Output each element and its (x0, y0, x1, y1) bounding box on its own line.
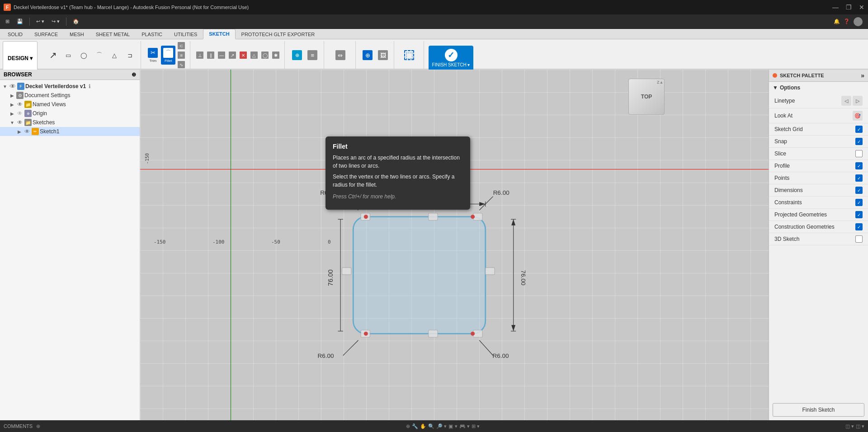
toolbar-icon1[interactable]: 🔔 (834, 19, 840, 24)
tree-item-origin[interactable]: ▶ 👁 ⊕ Origin (0, 109, 140, 118)
projected-geometries-row[interactable]: Projected Geometries (769, 209, 868, 221)
modify-curve-btn[interactable]: ∿ (176, 60, 186, 69)
comments-label[interactable]: COMMENTS (4, 423, 33, 429)
linetype-row[interactable]: Linetype ◁ ▷ (769, 94, 868, 108)
grid-btn[interactable]: ⊞ (3, 17, 12, 26)
modify-project-btn[interactable]: ≡ (176, 51, 186, 60)
nav-icon1[interactable]: ⊕ (406, 423, 410, 429)
3d-sketch-row[interactable]: 3D Sketch (769, 233, 868, 245)
close-btn[interactable]: ✕ (859, 4, 864, 11)
create-more-btn[interactable]: ⊐ (123, 46, 137, 65)
constraint-btn5[interactable]: ✕ (238, 51, 248, 60)
expand-named-views[interactable]: ▶ (9, 102, 15, 107)
nav-icon7[interactable]: 🎮 ▾ (459, 423, 470, 429)
nav-cube[interactable]: TOP Z▲ (628, 79, 665, 115)
create-arc-btn[interactable]: ⌒ (92, 46, 106, 65)
view-icon2[interactable]: ◫ ▾ (856, 423, 864, 429)
tab-sheet-metal[interactable]: SHEET METAL (90, 29, 136, 39)
sketches-eye-icon[interactable]: 👁 (16, 119, 24, 126)
modify-fillet-btn[interactable]: ⌒ Fillet (161, 46, 175, 65)
slice-checkbox[interactable] (855, 150, 863, 157)
finish-sketch-ribbon-btn[interactable]: ✓ FINISH SKETCH ▾ (429, 46, 474, 71)
linetype-right-btn[interactable]: ▷ (853, 96, 863, 106)
comments-add-icon[interactable]: ⊕ (36, 423, 40, 429)
configure-btn1[interactable]: ⊕ (290, 46, 304, 65)
profile-checkbox[interactable] (855, 162, 863, 169)
linetype-left-btn[interactable]: ◁ (841, 96, 851, 106)
create-circle-btn[interactable]: ◯ (76, 46, 91, 65)
dimensions-row[interactable]: Dimensions (769, 184, 868, 197)
tab-utilities[interactable]: UTILITIES (168, 29, 203, 39)
constraints-checkbox[interactable] (855, 199, 863, 206)
configure-btn2[interactable]: ≡ (305, 46, 320, 65)
nav-icon3[interactable]: ✋ (420, 423, 426, 429)
look-at-row[interactable]: Look At 🎯 (769, 108, 868, 123)
tree-item-sketch1[interactable]: ▶ 👁 ✏ Sketch1 (0, 127, 140, 136)
redo-btn[interactable]: ↪ ▾ (49, 17, 62, 26)
sketch-grid-row[interactable]: Sketch Grid (769, 123, 868, 136)
slice-row[interactable]: Slice (769, 148, 868, 160)
tab-surface[interactable]: SURFACE (28, 29, 64, 39)
constraint-btn1[interactable]: ⊥ (195, 51, 205, 60)
tab-plastic[interactable]: PLASTIC (136, 29, 168, 39)
constraints-row[interactable]: Constraints (769, 197, 868, 209)
tab-sketch[interactable]: SKETCH (203, 29, 235, 39)
expand-origin[interactable]: ▶ (9, 111, 15, 116)
tab-prototech[interactable]: PROTOTECH GLTF EXPORTER (236, 29, 321, 39)
profile-row[interactable]: Profile (769, 160, 868, 172)
constraint-btn2[interactable]: ∥ (206, 51, 216, 60)
modify-trim-btn[interactable]: ✂ Trim (146, 46, 160, 65)
tab-solid[interactable]: SOLID (2, 29, 28, 39)
tab-mesh[interactable]: MESH (64, 29, 90, 39)
named-views-eye-icon[interactable]: 👁 (16, 101, 24, 108)
constraint-btn8[interactable]: ✱ (271, 51, 281, 60)
nav-icon4[interactable]: 🔍 (428, 423, 434, 429)
home-btn[interactable]: 🏠 (70, 17, 82, 26)
inspect-btn1[interactable]: ⇔ (333, 46, 348, 65)
sketch-grid-checkbox[interactable] (855, 126, 863, 133)
expand-root[interactable]: ▼ (2, 84, 8, 89)
viewport[interactable]: -150 -100 -50 0 -150 76.00 (140, 70, 769, 420)
tree-item-sketches[interactable]: ▼ 👁 📁 Sketches (0, 118, 140, 127)
tree-item-root[interactable]: ▼ 👁 F Deckel Verteilerdose v1 ℹ (0, 82, 140, 91)
finish-sketch-btn[interactable]: Finish Sketch (773, 403, 864, 417)
insert-btn1[interactable]: ⊕ (360, 46, 375, 65)
options-section-header[interactable]: ▼ Options (769, 82, 868, 94)
nav-icon6[interactable]: ▣ ▾ (448, 423, 457, 429)
sketch1-eye-icon[interactable]: 👁 (24, 128, 31, 135)
constraint-btn6[interactable]: △ (249, 51, 259, 60)
create-triangle-btn[interactable]: △ (107, 46, 122, 65)
look-at-btn[interactable]: 🎯 (853, 111, 863, 121)
snap-checkbox[interactable] (855, 138, 863, 145)
snap-row[interactable]: Snap (769, 136, 868, 148)
undo-btn[interactable]: ↩ ▾ (33, 17, 47, 26)
construction-geometries-row[interactable]: Construction Geometries (769, 221, 868, 233)
dimensions-checkbox[interactable] (855, 187, 863, 194)
browser-settings-icon[interactable]: ⊕ (132, 71, 136, 78)
expand-doc-settings[interactable]: ▶ (9, 93, 15, 98)
create-rect-btn[interactable]: ▭ (61, 46, 75, 65)
constraint-btn7[interactable]: ◯ (260, 51, 270, 60)
palette-expand-icon[interactable]: » (861, 72, 864, 79)
cube-face-top[interactable]: TOP Z▲ (628, 79, 665, 115)
modify-offset-btn[interactable]: ⊂ (176, 41, 186, 50)
tree-item-doc-settings[interactable]: ▶ ⚙ Document Settings (0, 91, 140, 100)
maximize-btn[interactable]: ❐ (846, 4, 852, 11)
nav-icon8[interactable]: ⊞ ▾ (472, 423, 480, 429)
root-info-icon[interactable]: ℹ (89, 83, 91, 89)
3d-sketch-checkbox[interactable] (855, 235, 863, 243)
visibility-icon-root[interactable]: 👁 (9, 83, 16, 90)
construction-geometries-checkbox[interactable] (855, 223, 863, 230)
user-avatar[interactable] (854, 17, 863, 26)
select-btn[interactable]: ⬚ (402, 46, 416, 65)
view-icon1[interactable]: ◫ ▾ (845, 423, 854, 429)
points-row[interactable]: Points (769, 172, 868, 184)
nav-icon2[interactable]: 🔧 (412, 423, 418, 429)
projected-geometries-checkbox[interactable] (855, 211, 863, 218)
insert-btn2[interactable]: 🖼 (376, 46, 390, 65)
toolbar-icon2[interactable]: ❓ (844, 19, 850, 24)
expand-sketches[interactable]: ▼ (9, 120, 15, 125)
tree-item-named-views[interactable]: ▶ 👁 📁 Named Views (0, 100, 140, 109)
create-line-btn[interactable]: ↗ (46, 46, 60, 65)
constraint-btn3[interactable]: — (217, 51, 226, 60)
